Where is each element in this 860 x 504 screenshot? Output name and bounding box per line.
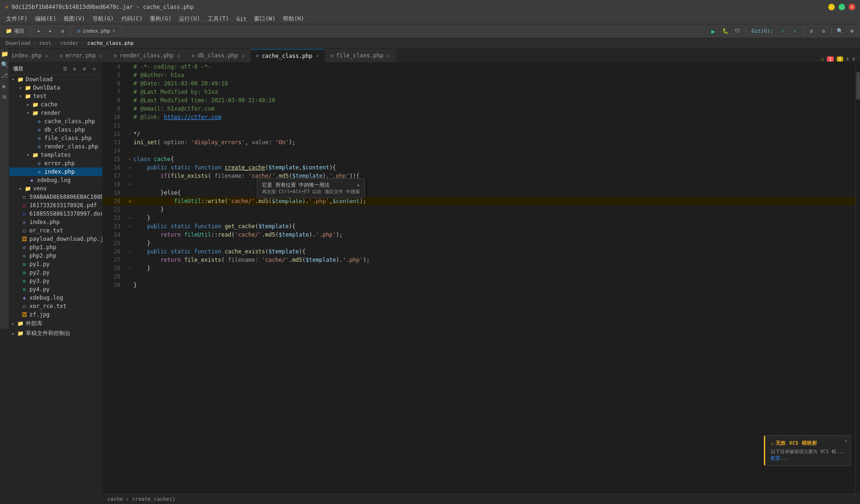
tree-item-templates[interactable]: ▾ 📁 templates <box>9 151 102 159</box>
tab-close-6[interactable]: ✕ <box>387 53 390 58</box>
toolbar-debug[interactable]: 🐛 <box>720 26 731 36</box>
activity-bar-ext[interactable]: ⊞ <box>3 93 7 100</box>
sidebar-toolbar: 项目 ☰ ⇅ ⚙ ✕ <box>9 63 102 75</box>
activity-bar-git[interactable]: ⎇ <box>1 72 8 79</box>
scrollbar-vertical[interactable] <box>855 63 860 494</box>
minimize-button[interactable]: − <box>828 4 835 10</box>
tab-cache-class[interactable]: ⊙ cache_class.php ✕ <box>251 49 325 62</box>
menu-code[interactable]: 代码(C) <box>118 14 147 24</box>
expand-icon[interactable]: ∧ <box>846 56 849 62</box>
menu-edit[interactable]: 编辑(E) <box>31 14 60 24</box>
tree-item-php2[interactable]: ⊙ php2.php <box>9 252 102 260</box>
toolbar-git-check[interactable]: ✓ <box>778 26 788 36</box>
scrollbar-thumb[interactable] <box>856 72 860 100</box>
tab-close-1[interactable]: ✕ <box>45 53 48 58</box>
menu-refactor[interactable]: 重构(G) <box>146 14 175 24</box>
activity-bar-search[interactable]: 🔍 <box>1 63 8 68</box>
tab-close-2[interactable]: ✕ <box>99 53 102 58</box>
tree-item-index-php-sel[interactable]: ⊙ index.php <box>9 168 102 176</box>
toolbar-forward[interactable]: ▸ <box>45 26 56 36</box>
menu-git[interactable]: Git <box>233 14 251 24</box>
code-line-10: 10 # @link: https://ctfer.com <box>103 113 860 121</box>
breadcrumb-item-2[interactable]: test <box>38 40 53 46</box>
toolbar-settings[interactable]: ⚙ <box>847 26 857 36</box>
tab-file-class[interactable]: ⊙ file_class.php ✕ <box>325 49 396 62</box>
tree-item-xdebug-log[interactable]: ◈ xdebug.log <box>9 176 102 184</box>
toolbar-redo[interactable]: ↻ <box>818 26 829 36</box>
maximize-button[interactable]: □ <box>839 4 845 10</box>
tab-close-4[interactable]: ✕ <box>242 53 245 58</box>
tree-item-php1[interactable]: ⊙ php1.php <box>9 243 102 252</box>
toolbar-git-check2[interactable]: ✓ <box>790 26 800 36</box>
collapse-icon[interactable]: ∨ <box>852 56 855 62</box>
toolbar-refresh[interactable]: ↺ <box>57 26 68 36</box>
toolbar-back[interactable]: ◂ <box>33 26 43 36</box>
arrow-cache: ▸ <box>24 102 32 107</box>
tree-item-file-class-php[interactable]: ⊙ file_class.php <box>9 134 102 142</box>
sidebar-close-btn[interactable]: ✕ <box>90 64 99 73</box>
close-button[interactable]: ✕ <box>849 4 855 10</box>
tree-item-py1[interactable]: ⊙ py1.py <box>9 260 102 268</box>
menu-window[interactable]: 窗口(W) <box>250 14 279 24</box>
tree-item-file1[interactable]: ◻ 59ABAAD8E68806EBAC108B <box>9 193 102 201</box>
tab-close-3[interactable]: ✕ <box>177 53 180 58</box>
tree-item-index-php-root[interactable]: ⊙ index.php <box>9 218 102 226</box>
menu-file[interactable]: 文件(F) <box>2 14 31 24</box>
toolbar-project-dropdown[interactable]: 📁 项目 <box>3 26 27 36</box>
tree-item-py4[interactable]: ⊙ py4.py <box>9 285 102 294</box>
toolbar-coverage[interactable]: 🛡 <box>733 26 743 36</box>
breadcrumb-item-4[interactable]: cache_class.php <box>86 40 134 46</box>
tab-close-5[interactable]: ✕ <box>316 53 319 58</box>
menu-help[interactable]: 帮助(H) <box>279 14 308 24</box>
tree-label-cache: cache <box>41 101 57 108</box>
tree-item-cache-class-php[interactable]: ⊙ cache_class.php <box>9 117 102 126</box>
code-container[interactable]: 4 # -*- coding: utf-8 -*- 5 # @Author: h… <box>103 63 860 494</box>
sidebar-settings-btn[interactable]: ⚙ <box>80 64 89 73</box>
tree-item-payload[interactable]: 🖼 payload_download.php.jpg <box>9 235 102 243</box>
toolbar-sep5 <box>803 27 804 35</box>
tree-item-zf-jpg[interactable]: 🖼 zf.jpg <box>9 310 102 319</box>
tree-item-external[interactable]: ▸ 📁 外部库 <box>9 319 102 329</box>
menu-navigate[interactable]: 导航(G) <box>89 14 118 24</box>
sidebar-collapse-btn[interactable]: ☰ <box>61 64 69 73</box>
tree-item-or-rce[interactable]: ◻ or_rce.txt <box>9 226 102 235</box>
tree-item-xdebug2[interactable]: ◈ xdebug.log <box>9 294 102 302</box>
tree-item-download[interactable]: ▾ 📁 Download <box>9 75 102 84</box>
toolbar-undo[interactable]: ↺ <box>806 26 817 36</box>
tab-render-class[interactable]: ⊙ render_class.php ✕ <box>108 49 186 62</box>
sidebar-sort-btn[interactable]: ⇅ <box>70 64 79 73</box>
tree-item-xor-rce[interactable]: ◻ xor_rce.txt <box>9 302 102 310</box>
toolbar-file-current[interactable]: ⊙ index.php ▾ <box>74 26 119 36</box>
code-line-21: 21 } <box>103 205 860 214</box>
warning-config-link[interactable]: 配置... <box>771 455 789 461</box>
menu-tools[interactable]: 工具(T) <box>204 14 233 24</box>
tree-item-db-class-php[interactable]: ⊙ db_class.php <box>9 126 102 134</box>
tab-error-php[interactable]: ⊙ error.php ✕ <box>54 49 108 62</box>
tooltip-close-icon[interactable]: ▸ <box>357 182 360 188</box>
tree-item-render[interactable]: ▾ 📁 render <box>9 109 102 117</box>
tree-item-venv[interactable]: ▸ 📁 venv <box>9 184 102 193</box>
tree-item-cache[interactable]: ▸ 📁 cache <box>9 100 102 109</box>
breadcrumb-item-1[interactable]: Download <box>5 40 31 46</box>
tab-db-class[interactable]: ⊙ db_class.php ✕ <box>186 49 251 62</box>
toolbar-search[interactable]: 🔍 <box>835 26 845 36</box>
menu-view[interactable]: 视图(V) <box>60 14 89 24</box>
close-notification-icon[interactable]: ✕ <box>844 438 847 444</box>
tree-item-scratch[interactable]: ▸ 📁 草稿文件和控制台 <box>9 329 102 338</box>
tree-item-test[interactable]: ▾ 📁 test <box>9 92 102 100</box>
notif-close[interactable]: ✕ <box>844 438 847 444</box>
breadcrumb-item-3[interactable]: render <box>59 40 80 46</box>
tree-item-file3[interactable]: ◻ 618855588613378997.doc <box>9 210 102 218</box>
tree-item-render-class-php[interactable]: ⊙ render_class.php <box>9 142 102 151</box>
tree-item-file2[interactable]: ◻ 1617332633178926.pdf <box>9 201 102 210</box>
tree-item-dwnldata[interactable]: ▸ 📁 DwnlData <box>9 84 102 92</box>
activity-bar-run[interactable]: ▶ <box>3 83 7 90</box>
tree-item-py2[interactable]: ⊙ py2.py <box>9 268 102 277</box>
tree-item-error-php[interactable]: ⊙ error.php <box>9 159 102 168</box>
menu-run[interactable]: 运行(U) <box>175 14 204 24</box>
toolbar-git-label[interactable]: Git(G): <box>749 26 776 36</box>
tree-item-py3[interactable]: ⊙ py3.py <box>9 277 102 285</box>
toolbar-run[interactable]: ▶ <box>708 26 719 36</box>
file-icon-xor-rce: ◻ <box>21 303 28 309</box>
tree-label-xdebug-log: xdebug.log <box>37 177 70 183</box>
